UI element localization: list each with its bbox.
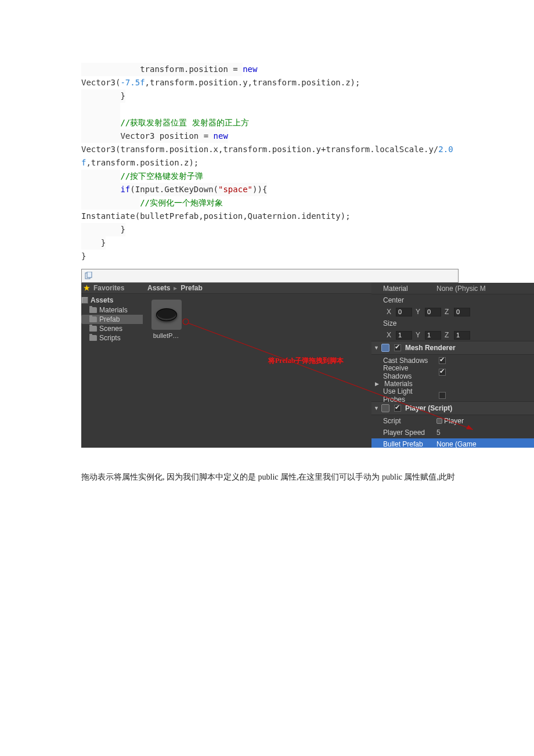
size-y-input[interactable] (425, 331, 441, 340)
cast-shadows-checkbox[interactable] (439, 357, 446, 364)
favorites-header[interactable]: ★ Favorites (81, 283, 143, 294)
code-toolbar (81, 269, 459, 283)
bullet-prefab-label: Bullet Prefab (375, 440, 433, 448)
cube-icon (81, 297, 88, 304)
copy-icon[interactable] (84, 272, 92, 280)
chevron-right-icon: ▸ (174, 284, 177, 292)
tree-item-materials[interactable]: Materials (81, 305, 143, 315)
mesh-renderer-enabled[interactable] (394, 344, 401, 351)
folder-icon (89, 335, 97, 341)
svg-rect-1 (87, 272, 92, 278)
script-icon (381, 404, 389, 412)
tree-item-prefab[interactable]: Prefab (81, 315, 143, 324)
script-reference[interactable]: Player (436, 417, 531, 425)
prefab-thumbnail (156, 308, 177, 321)
player-script-enabled[interactable] (394, 405, 401, 412)
size-label: Size (375, 319, 433, 327)
player-script-component[interactable]: ▼ Player (Script) (371, 401, 534, 415)
prefab-item[interactable]: bulletP… (150, 300, 183, 339)
unity-editor: ★ Favorites Assets Materials Prefab Scen… (81, 283, 534, 448)
cast-shadows-label: Cast Shadows (375, 357, 433, 365)
light-probes-checkbox[interactable] (439, 392, 446, 399)
tree-item-scenes[interactable]: Scenes (81, 324, 143, 333)
center-label: Center (375, 296, 433, 304)
project-panel: ★ Favorites Assets Materials Prefab Scen… (81, 283, 143, 448)
expand-icon: ▼ (374, 345, 379, 351)
expand-icon[interactable]: ▶ (375, 381, 381, 387)
bullet-prefab-value[interactable]: None (Game (436, 440, 531, 448)
player-speed-label: Player Speed (375, 429, 433, 437)
inspector-panel: Material None (Physic M Center X Y Z Siz… (371, 283, 534, 448)
player-speed-value[interactable]: 5 (436, 429, 531, 437)
breadcrumb[interactable]: Assets ▸ Prefab (143, 283, 371, 294)
folder-icon (89, 307, 97, 313)
bullet-prefab-row[interactable]: Bullet PrefabNone (Game (371, 438, 534, 448)
script-field-label: Script (375, 417, 433, 425)
prefab-item-label: bulletP… (150, 332, 182, 339)
assets-header[interactable]: Assets (81, 294, 143, 305)
annotation-text: 将Prefab子弹拖拽到脚本 (268, 356, 344, 366)
center-y-input[interactable] (425, 308, 441, 316)
size-x-input[interactable] (396, 331, 412, 340)
material-label: Material (375, 285, 433, 293)
center-z-input[interactable] (454, 308, 470, 316)
folder-icon (89, 326, 97, 332)
assets-label: Assets (91, 296, 113, 304)
center-x-input[interactable] (396, 308, 412, 316)
light-probes-label: Use Light Probes (375, 387, 433, 404)
favorites-label: Favorites (93, 284, 124, 292)
receive-shadows-checkbox[interactable] (439, 369, 446, 376)
material-value[interactable]: None (Physic M (436, 285, 531, 293)
mesh-renderer-component[interactable]: ▼ Mesh Renderer (371, 341, 534, 355)
breadcrumb-root[interactable]: Assets (147, 284, 170, 292)
tree-item-scripts[interactable]: Scripts (81, 333, 143, 343)
code-block: transform.position = new Vector3(-7.5f,t… (0, 63, 534, 263)
size-z-input[interactable] (454, 331, 470, 340)
expand-icon: ▼ (374, 405, 379, 411)
materials-label: Materials (384, 380, 436, 388)
receive-shadows-label: Receive Shadows (375, 364, 433, 380)
mesh-renderer-icon (381, 344, 389, 352)
star-icon: ★ (84, 284, 90, 292)
code-content: transform.position = new Vector3(-7.5f,t… (81, 63, 534, 263)
footer-text: 拖动表示将属性实例化, 因为我们脚本中定义的是 public 属性,在这里我们可… (81, 471, 534, 484)
breadcrumb-folder[interactable]: Prefab (181, 284, 202, 292)
folder-icon (89, 316, 97, 322)
